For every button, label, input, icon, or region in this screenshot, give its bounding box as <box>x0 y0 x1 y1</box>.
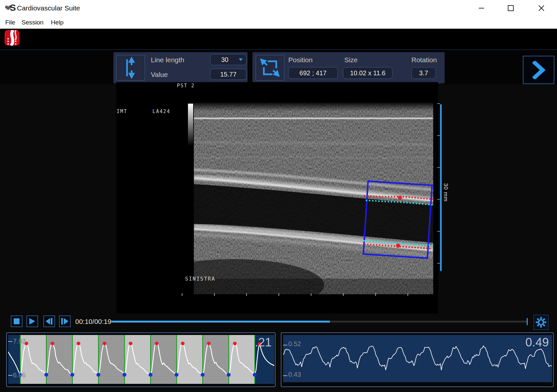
app-icon <box>5 30 20 47</box>
depth-scale-bar <box>440 104 442 271</box>
step-forward-icon <box>61 318 68 325</box>
current-diameter-value: 7.21 <box>248 336 272 349</box>
play-icon <box>29 318 35 325</box>
y-max-tick <box>8 341 12 342</box>
rotation-label: Rotation <box>411 56 437 64</box>
play-button[interactable] <box>26 315 38 327</box>
playback-progress-track[interactable] <box>111 321 527 323</box>
depth-tick <box>437 263 440 264</box>
depth-tick <box>437 231 440 232</box>
size-label: Size <box>344 56 358 64</box>
diameter-chart[interactable]: 7.92 6.96 7.21 <box>8 335 274 384</box>
imt-chart[interactable]: 0.52 0.43 0.49 <box>283 335 552 382</box>
menu-session[interactable]: Session <box>20 18 45 27</box>
line-length-label: Line length <box>151 56 184 64</box>
current-imt-value: 0.49 <box>525 336 549 349</box>
app-window: ❤ S Cardiovascular Suite File Session He… <box>0 0 557 392</box>
maximize-button[interactable] <box>505 3 516 13</box>
roi-panel: Position 692 ; 417 Size 10.02 x 11.6 Rot… <box>252 52 445 83</box>
stop-button[interactable] <box>11 315 22 327</box>
toolbar: B-Mode image setup <box>0 29 557 50</box>
menu-help[interactable]: Help <box>50 18 65 27</box>
line-length-dropdown[interactable]: 30 <box>210 54 247 65</box>
rotation-value: 3.7 <box>419 69 428 77</box>
menu-file[interactable]: File <box>4 18 17 27</box>
size-field[interactable]: 10.02 x 11.6 <box>343 67 393 79</box>
depth-tick <box>437 135 440 136</box>
roi-far-wall-marker[interactable] <box>396 244 400 248</box>
playback-time: 00:10/00:19 <box>75 318 111 326</box>
step-back-icon <box>46 318 53 325</box>
gear-icon <box>536 317 547 328</box>
playback-settings-button[interactable] <box>534 315 549 330</box>
value-label: Value <box>151 71 168 79</box>
chevron-down-icon <box>238 58 243 61</box>
y-min-label: 6.96 <box>13 371 26 379</box>
depth-tick <box>437 103 440 104</box>
playback-progress-fill <box>111 321 330 323</box>
menubar: File Session Help <box>0 16 557 29</box>
y-min-tick <box>283 375 287 376</box>
minimize-button[interactable] <box>476 3 487 13</box>
y-min-tick <box>8 375 12 376</box>
chevron-right-icon <box>532 61 546 79</box>
line-length-panel: Line length 30 Value 15.77 <box>113 52 248 83</box>
y-max-label: 0.52 <box>288 340 301 348</box>
line-length-value: 30 <box>221 56 228 64</box>
depth-scale-label: 30 mm <box>442 183 449 202</box>
titlebar: ❤ S Cardiovascular Suite <box>0 0 557 16</box>
rotation-field[interactable]: 3.7 <box>411 67 436 79</box>
depth-tick <box>437 199 440 200</box>
value-field[interactable]: 15.77 <box>210 69 247 80</box>
roi-near-wall-marker[interactable] <box>398 196 402 200</box>
expand-move-icon <box>256 55 284 80</box>
line-length-icon <box>116 55 145 80</box>
diameter-chart-panel: 7.92 6.96 7.21 <box>6 332 276 387</box>
close-button[interactable] <box>536 3 547 13</box>
stop-icon <box>14 318 20 324</box>
step-back-button[interactable] <box>43 315 55 327</box>
next-button[interactable] <box>523 56 554 84</box>
imt-chart-panel: 0.52 0.43 0.49 <box>281 332 554 387</box>
size-value: 10.02 x 11.6 <box>350 69 386 77</box>
window-title: Cardiovascular Suite <box>17 4 80 12</box>
app-logo-s: S <box>10 3 16 13</box>
step-forward-button[interactable] <box>59 315 71 327</box>
ultrasound-panel: PST 2 IMT LA424 SINISTRA <box>116 82 438 313</box>
depth-tick <box>437 167 440 168</box>
y-max-label: 7.92 <box>13 338 26 345</box>
y-max-tick <box>283 345 287 345</box>
position-label: Position <box>288 56 313 64</box>
position-field[interactable]: 692 ; 417 <box>288 67 338 79</box>
y-min-label: 0.43 <box>288 371 301 378</box>
position-value: 692 ; 417 <box>299 69 326 77</box>
value-text: 15.77 <box>220 71 236 78</box>
roi-overlay <box>116 82 438 313</box>
playback-progress-end <box>527 318 528 325</box>
